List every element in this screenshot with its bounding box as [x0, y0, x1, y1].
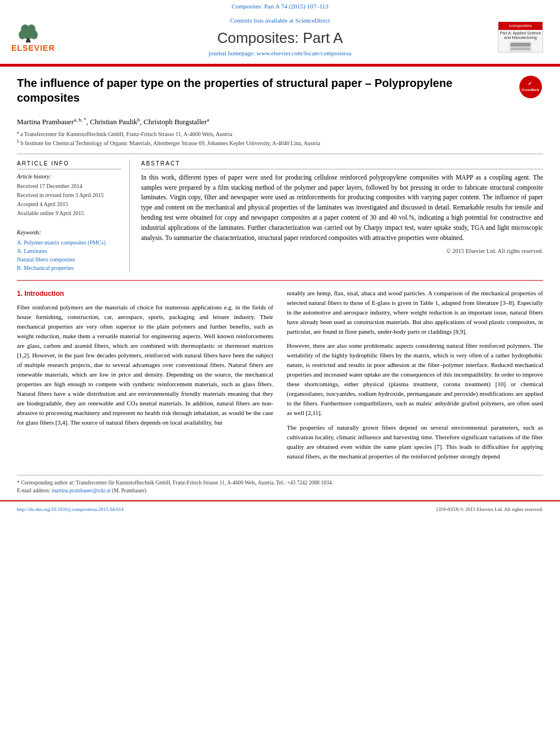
author1-sup: a, b, *	[74, 117, 86, 123]
keyword-3: Natural fibers composites	[17, 255, 121, 264]
affiliation-b: b b Institute for Chemical Technology of…	[17, 138, 543, 147]
article-title-section: The influence of paper type on the prope…	[17, 76, 543, 111]
svg-rect-7	[26, 40, 30, 42]
abstract-column: ABSTRACT In this work, different types o…	[141, 160, 543, 272]
keywords-list: A. Polymer-matrix composites (PMCs) A. L…	[17, 238, 121, 272]
main-col-left: 1. Introduction Fiber reinforced polymer…	[17, 289, 273, 466]
history-label: Article history:	[17, 173, 121, 181]
available-date: Available online 9 April 2015	[17, 209, 121, 217]
svg-point-5	[27, 24, 35, 34]
elsevier-wordmark: ELSEVIER	[11, 43, 55, 54]
journal-banner: ELSEVIER Contents lists available at Sci…	[0, 12, 560, 60]
intro-para-1: Fiber reinforced polymers are the materi…	[17, 303, 273, 428]
affiliation-a: a a Transfercenter für Kunststofftechnik…	[17, 129, 543, 138]
abstract-label: ABSTRACT	[141, 160, 543, 169]
article-info-abstract: ARTICLE INFO Article history: Received 1…	[17, 160, 543, 272]
section1-heading: 1. Introduction	[17, 289, 273, 299]
svg-rect-10	[510, 47, 530, 50]
affiliations: a a Transfercenter für Kunststofftechnik…	[17, 129, 543, 148]
sciencedirect-info: Contents lists available at ScienceDirec…	[62, 16, 498, 25]
journal-citation: Composites: Part A 74 (2015) 107–113	[0, 0, 560, 12]
keywords-label: Keywords:	[17, 229, 121, 237]
svg-rect-9	[510, 43, 530, 47]
composites-logo-image: composites Part A: Applied Science and M…	[498, 21, 543, 53]
keyword-2: A. Laminates	[17, 247, 121, 255]
received-revised-date: Received in revised form 3 April 2015	[17, 191, 121, 199]
copyright-line: © 2015 Elsevier Ltd. All rights reserved…	[141, 247, 543, 256]
main-col-right: notably are hemp, flax, sisal, abaca and…	[287, 289, 543, 466]
keyword-1: A. Polymer-matrix composites (PMCs)	[17, 238, 121, 247]
crossmark-icon: ✓CrossMark	[519, 76, 542, 98]
composites-logo: composites Part A: Applied Science and M…	[498, 21, 549, 53]
main-content: 1. Introduction Fiber reinforced polymer…	[17, 289, 543, 466]
author1-name: Martina Prambauer	[17, 117, 74, 126]
article-info-column: ARTICLE INFO Article history: Received 1…	[17, 160, 130, 272]
intro-para-2: notably are hemp, flax, sisal, abaca and…	[287, 289, 543, 337]
footnote-text: * Corresponding author at: Transfercente…	[17, 479, 543, 495]
article-info-label: ARTICLE INFO	[17, 160, 121, 169]
authors-line: Martina Prambauera, b, *, Christian Paul…	[17, 116, 543, 128]
intro-para-3: However, there are also some problematic…	[287, 341, 543, 418]
thin-divider-1	[17, 154, 543, 154]
journal-homepage-link: journal homepage: www.elsevier.com/locat…	[62, 49, 498, 58]
intro-para-4: The properties of naturally grown fibers…	[287, 423, 543, 461]
elsevier-logo: ELSEVIER	[11, 20, 62, 54]
composites-logo-icon	[504, 41, 537, 52]
page-footer: http://dx.doi.org/10.1016/j.compositesa.…	[0, 500, 560, 517]
received-date: Received 17 December 2014	[17, 182, 121, 190]
footnote-section: * Corresponding author at: Transfercente…	[17, 475, 543, 495]
keyword-4: B. Mechanical properties	[17, 264, 121, 272]
citation-text: Composites: Part A 74 (2015) 107–113	[231, 3, 329, 10]
crossmark-badge: ✓CrossMark	[518, 76, 543, 101]
article-title: The influence of paper type on the prope…	[17, 76, 509, 105]
journal-center-info: Contents lists available at ScienceDirec…	[62, 16, 498, 58]
footer-issn: 1359-835X/© 2015 Elsevier Ltd. All right…	[436, 506, 543, 514]
journal-header: Composites: Part A 74 (2015) 107–113 ELS…	[0, 0, 560, 65]
article-body: The influence of paper type on the prope…	[0, 67, 560, 475]
journal-title: Composites: Part A	[62, 28, 498, 48]
elsevier-tree-icon	[11, 20, 45, 43]
section-red-divider	[17, 280, 543, 281]
accepted-date: Accepted 4 April 2015	[17, 200, 121, 208]
abstract-text: In this work, different types of paper w…	[141, 173, 543, 243]
footer-doi: http://dx.doi.org/10.1016/j.compositesa.…	[17, 506, 124, 514]
